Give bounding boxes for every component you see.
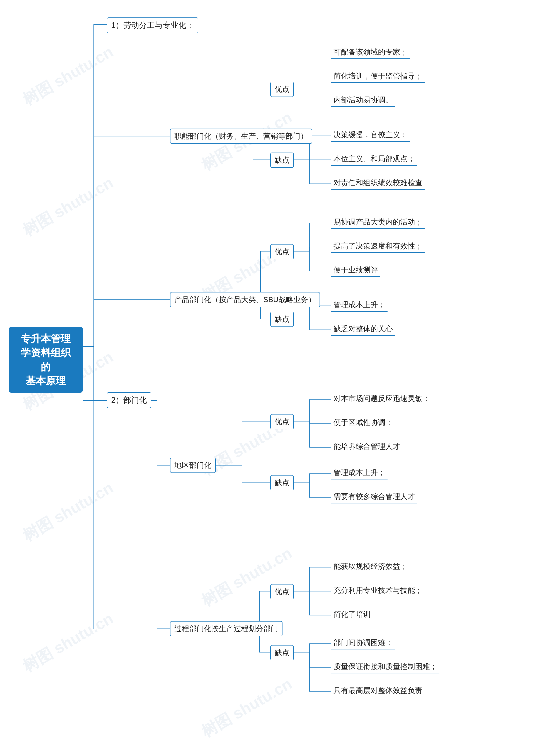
l3-node-32: 缺点: [270, 475, 294, 490]
l3-node-12: 缺点: [270, 153, 294, 168]
l3-label-11: 优点: [275, 85, 289, 93]
l3-node-22: 缺点: [270, 312, 294, 327]
l1-label-1: 1）劳动分工与专业化；: [111, 21, 194, 30]
leaf-8: 提高了决策速度和有效性；: [331, 240, 425, 253]
connector-lines: [0, 0, 558, 756]
root-label: 专升本管理学资料组织的基本原理: [21, 333, 71, 386]
leaf-17: 能获取规模经济效益；: [331, 560, 410, 573]
leaf-10: 管理成本上升；: [331, 298, 387, 312]
leaf-1: 可配备该领域的专家；: [331, 46, 410, 59]
leaf-20: 部门间协调困难；: [331, 636, 395, 649]
leaf-22: 只有最高层对整体效益负责: [331, 684, 425, 697]
leaf-14: 能培养综合管理人才: [331, 440, 402, 453]
l3-node-42: 缺点: [270, 645, 294, 660]
leaf-11: 缺乏对整体的关心: [331, 322, 395, 336]
watermark-10: 树图 shutu.cn: [198, 673, 296, 742]
l3-node-31: 优点: [270, 414, 294, 429]
l2-node-3: 地区部门化: [170, 458, 216, 473]
leaf-21: 质量保证衔接和质量控制困难；: [331, 660, 439, 673]
watermark-8: 树图 shutu.cn: [198, 543, 296, 611]
watermark-1: 树图 shutu.cn: [19, 42, 117, 110]
leaf-3: 内部活动易协调。: [331, 94, 395, 107]
watermark-9: 树图 shutu.cn: [19, 608, 117, 677]
watermark-3: 树图 shutu.cn: [19, 172, 117, 241]
l1-node-1: 1）劳动分工与专业化；: [107, 18, 198, 33]
l2-label-1: 职能部门化（财务、生产、营销等部门）: [174, 132, 308, 140]
leaf-19: 简化了培训: [331, 608, 373, 621]
l2-node-4: 过程部门化按生产过程划分部门: [170, 621, 282, 636]
l2-node-1: 职能部门化（财务、生产、营销等部门）: [170, 129, 312, 144]
watermark-7: 树图 shutu.cn: [19, 477, 117, 546]
l3-label-12: 缺点: [275, 156, 289, 164]
l3-node-41: 优点: [270, 584, 294, 599]
l2-label-3: 地区部门化: [174, 461, 211, 469]
leaf-13: 便于区域性协调；: [331, 416, 395, 429]
l2-label-2: 产品部门化（按产品大类、SBU战略业务）: [174, 295, 315, 304]
leaf-2: 简化培训，便于监管指导；: [331, 70, 425, 83]
root-node: 专升本管理学资料组织的基本原理: [9, 327, 83, 393]
leaf-5: 本位主义、和局部观点；: [331, 153, 417, 166]
leaf-9: 便于业绩测评: [331, 264, 380, 277]
leaf-15: 管理成本上升；: [331, 466, 387, 479]
l3-label-21: 优点: [275, 247, 289, 256]
l1-label-2: 2）部门化: [111, 395, 147, 405]
l3-label-41: 优点: [275, 587, 289, 596]
l3-label-32: 缺点: [275, 478, 289, 487]
l2-label-4: 过程部门化按生产过程划分部门: [174, 624, 278, 633]
l3-label-31: 优点: [275, 417, 289, 426]
l1-node-2: 2）部门化: [107, 392, 151, 408]
l3-label-22: 缺点: [275, 315, 289, 323]
l3-node-11: 优点: [270, 82, 294, 97]
leaf-7: 易协调产品大类内的活动；: [331, 216, 425, 229]
leaf-18: 充分利用专业技术与技能；: [331, 584, 425, 597]
leaf-6: 对责任和组织绩效较难检查: [331, 177, 425, 190]
l2-node-2: 产品部门化（按产品大类、SBU战略业务）: [170, 292, 320, 307]
leaf-12: 对本市场问题反应迅速灵敏；: [331, 392, 432, 406]
l3-node-21: 优点: [270, 244, 294, 259]
mind-map: 树图 shutu.cn 树图 shutu.cn 树图 shutu.cn 树图 s…: [0, 0, 558, 756]
l3-label-42: 缺点: [275, 648, 289, 657]
leaf-16: 需要有较多综合管理人才: [331, 490, 417, 503]
leaf-4: 决策缓慢，官僚主义；: [331, 129, 410, 142]
